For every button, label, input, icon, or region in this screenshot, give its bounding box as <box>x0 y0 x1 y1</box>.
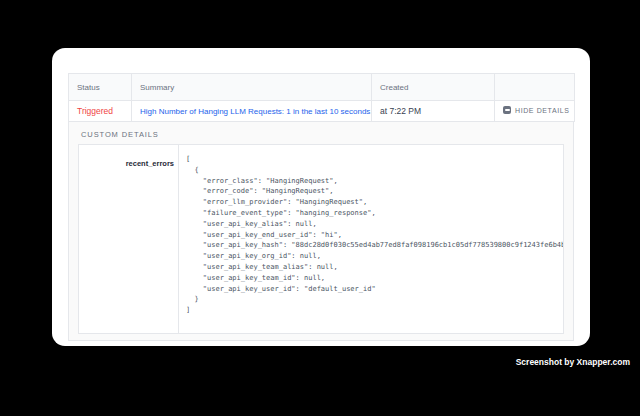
hide-details-button[interactable]: HIDE DETAILS <box>503 106 570 114</box>
column-header-created: Created <box>372 74 495 101</box>
status-cell: Triggered <box>69 101 132 122</box>
custom-details-panel: CUSTOM DETAILS recent_errors [ { "error_… <box>68 122 574 341</box>
column-header-summary: Summary <box>132 74 372 101</box>
details-key-label: recent_errors <box>126 159 174 168</box>
actions-cell: HIDE DETAILS <box>495 101 575 122</box>
details-key-column: recent_errors <box>79 145 179 333</box>
column-header-status: Status <box>69 74 132 101</box>
status-badge: Triggered <box>77 106 113 116</box>
alerts-table: Status Summary Created Triggered High Nu… <box>68 73 575 122</box>
summary-cell: High Number of Hanging LLM Requests: 1 i… <box>132 101 372 122</box>
alerts-card: Status Summary Created Triggered High Nu… <box>52 48 590 346</box>
custom-details-box: recent_errors [ { "error_class": "Hangin… <box>78 144 564 334</box>
table-header-row: Status Summary Created <box>69 74 575 101</box>
created-timestamp: at 7:22 PM <box>380 106 421 116</box>
custom-details-heading: CUSTOM DETAILS <box>81 130 564 139</box>
hide-details-label: HIDE DETAILS <box>515 107 570 114</box>
column-header-actions <box>495 74 575 101</box>
recent-errors-json: [ { "error_class": "HangingRequest", "er… <box>179 145 563 333</box>
minus-square-icon <box>503 106 511 114</box>
alert-row: Triggered High Number of Hanging LLM Req… <box>69 101 575 122</box>
xnapper-watermark: Screenshot by Xnapper.com <box>516 357 630 367</box>
created-cell: at 7:22 PM <box>372 101 495 122</box>
screenshot-background: Status Summary Created Triggered High Nu… <box>0 0 640 416</box>
alert-summary-link[interactable]: High Number of Hanging LLM Requests: 1 i… <box>140 107 372 116</box>
